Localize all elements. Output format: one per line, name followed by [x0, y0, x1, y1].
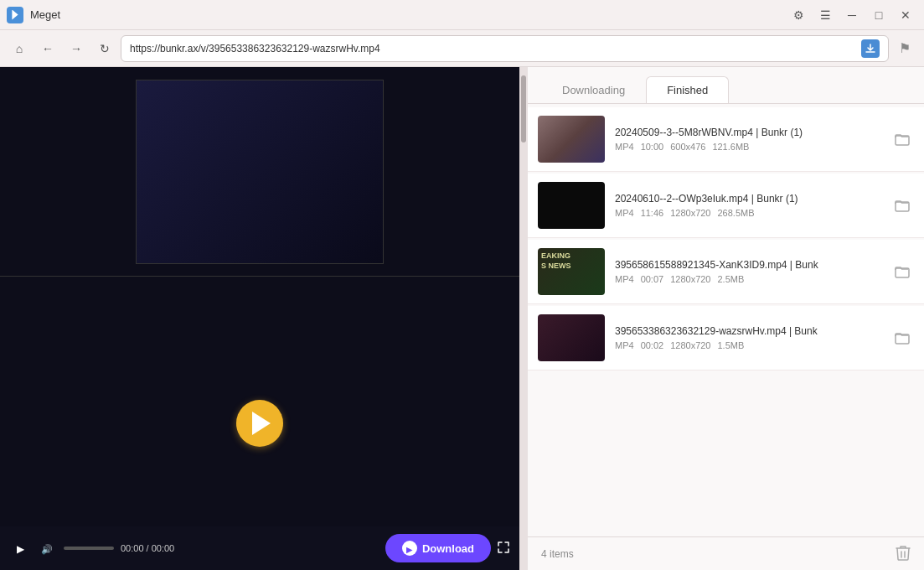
video-controls: 00:00 / 00:00 Download	[0, 526, 519, 570]
list-item: EAKINGS NEWS 395658615588921345-XanK3ID9…	[528, 240, 924, 304]
tab-finished[interactable]: Finished	[646, 76, 729, 103]
volume-icon	[41, 542, 53, 555]
item-format: MP4	[615, 208, 634, 218]
maximize-button[interactable]: □	[867, 3, 890, 27]
item-duration: 00:02	[641, 340, 664, 350]
item-resolution: 600x476	[670, 142, 705, 152]
main-layout: 00:00 / 00:00 Download Downloading Finis	[0, 67, 924, 570]
open-folder-button[interactable]	[890, 194, 914, 217]
item-duration: 11:46	[641, 208, 664, 218]
right-panel: Downloading Finished 20240509--3--5M8rWB…	[528, 67, 924, 570]
item-size: 1.5MB	[717, 340, 744, 350]
footer-bar: 4 items	[528, 536, 924, 570]
address-text: https://bunkr.ax/v/395653386323632129-wa…	[130, 43, 861, 54]
item-thumbnail	[538, 182, 605, 229]
item-resolution: 1280x720	[670, 274, 710, 284]
volume-slider[interactable]	[64, 547, 114, 550]
item-thumbnail	[538, 314, 605, 361]
home-button[interactable]: ⌂	[7, 36, 32, 61]
address-bar[interactable]: https://bunkr.ax/v/395653386323632129-wa…	[121, 35, 889, 62]
video-thumbnail-area	[0, 67, 519, 277]
item-thumbnail: EAKINGS NEWS	[538, 248, 605, 295]
trash-button[interactable]	[896, 544, 911, 564]
thumbnail-placeholder	[137, 80, 383, 263]
scroll-thumb[interactable]	[521, 75, 526, 142]
title-bar: Meget ⚙ ☰ ─ □ ✕	[0, 0, 924, 30]
item-info: 20240610--2--OWp3eIuk.mp4 | Bunkr (1) MP…	[615, 193, 880, 218]
item-title: 395653386323632129-wazsrwHv.mp4 | Bunk	[615, 325, 880, 337]
open-folder-button[interactable]	[890, 260, 914, 283]
play-button-large[interactable]	[236, 400, 283, 447]
item-duration: 00:07	[641, 274, 664, 284]
open-folder-button[interactable]	[890, 326, 914, 350]
fullscreen-button[interactable]	[498, 542, 509, 556]
downloads-list: 20240509--3--5M8rWBNV.mp4 | Bunkr (1) MP…	[528, 104, 924, 536]
item-resolution: 1280x720	[670, 340, 710, 350]
video-thumbnail	[136, 80, 384, 264]
tab-bar: Downloading Finished	[528, 67, 924, 104]
play-small-icon	[17, 542, 24, 555]
download-btn-icon	[402, 541, 417, 556]
address-download-icon[interactable]	[861, 39, 880, 58]
item-format: MP4	[615, 274, 634, 284]
item-size: 268.5MB	[717, 208, 754, 218]
play-arrow-icon	[252, 412, 271, 435]
item-info: 20240509--3--5M8rWBNV.mp4 | Bunkr (1) MP…	[615, 127, 880, 152]
item-info: 395653386323632129-wazsrwHv.mp4 | Bunk M…	[615, 325, 880, 350]
back-button[interactable]: ←	[35, 36, 60, 61]
settings-button[interactable]: ⚙	[787, 3, 810, 27]
nav-bar: ⌂ ← → ↻ https://bunkr.ax/v/3956533863236…	[0, 30, 924, 67]
item-title: 20240509--3--5M8rWBNV.mp4 | Bunkr (1)	[615, 127, 880, 138]
bookmark-button[interactable]: ⚑	[892, 36, 917, 61]
item-resolution: 1280x720	[670, 208, 710, 218]
minimize-button[interactable]: ─	[840, 3, 864, 27]
app-title: Meget	[30, 8, 60, 21]
time-display: 00:00 / 00:00	[121, 543, 174, 553]
item-format: MP4	[615, 142, 634, 152]
download-btn-label: Download	[422, 542, 474, 555]
download-button[interactable]: Download	[385, 534, 491, 562]
list-item: 20240509--3--5M8rWBNV.mp4 | Bunkr (1) MP…	[528, 107, 924, 172]
list-item: 20240610--2--OWp3eIuk.mp4 | Bunkr (1) MP…	[528, 174, 924, 238]
title-bar-controls: ⚙ ☰ ─ □ ✕	[787, 3, 917, 27]
menu-button[interactable]: ☰	[813, 3, 837, 27]
item-meta: MP4 10:00 600x476 121.6MB	[615, 142, 880, 152]
item-thumbnail	[538, 116, 605, 163]
refresh-button[interactable]: ↻	[92, 36, 117, 61]
item-count: 4 items	[541, 548, 574, 560]
item-meta: MP4 00:02 1280x720 1.5MB	[615, 340, 880, 350]
play-pause-button[interactable]	[10, 538, 30, 558]
close-button[interactable]: ✕	[894, 3, 917, 27]
open-folder-button[interactable]	[890, 127, 914, 151]
item-info: 395658615588921345-XanK3ID9.mp4 | Bunk M…	[615, 259, 880, 284]
app-icon	[7, 7, 23, 23]
video-player: 00:00 / 00:00 Download	[0, 277, 519, 570]
item-format: MP4	[615, 340, 634, 350]
item-title: 395658615588921345-XanK3ID9.mp4 | Bunk	[615, 259, 880, 271]
item-size: 121.6MB	[712, 142, 749, 152]
item-size: 2.5MB	[717, 274, 744, 284]
item-meta: MP4 11:46 1280x720 268.5MB	[615, 208, 880, 218]
tab-downloading[interactable]: Downloading	[541, 76, 646, 103]
list-item: 395653386323632129-wazsrwHv.mp4 | Bunk M…	[528, 306, 924, 370]
video-panel: 00:00 / 00:00 Download	[0, 67, 519, 570]
item-title: 20240610--2--OWp3eIuk.mp4 | Bunkr (1)	[615, 193, 880, 205]
item-duration: 10:00	[641, 142, 664, 152]
app-icon-inner	[10, 10, 20, 20]
scrollbar[interactable]	[519, 67, 528, 570]
dl-arrow-icon	[406, 542, 412, 555]
volume-button[interactable]	[37, 538, 57, 558]
item-meta: MP4 00:07 1280x720 2.5MB	[615, 274, 880, 284]
forward-button[interactable]: →	[64, 36, 89, 61]
title-bar-left: Meget	[7, 7, 60, 23]
